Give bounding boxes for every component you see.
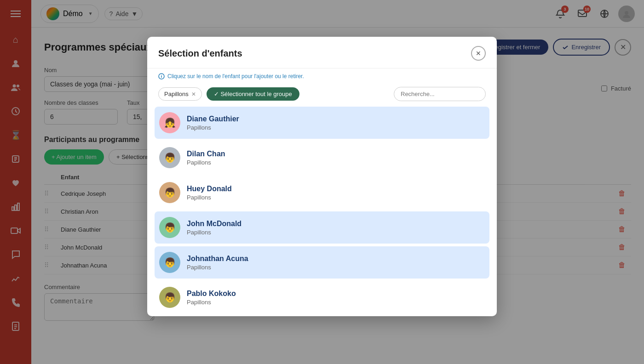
- child-list-item[interactable]: 👦 Dilan Chan Papillons: [155, 142, 489, 174]
- modal-close-button[interactable]: ✕: [471, 46, 486, 61]
- child-avatar: 👦: [159, 182, 180, 203]
- child-info: Diane Gauthier Papillons: [187, 115, 239, 131]
- child-avatar: 👦: [159, 147, 180, 168]
- child-group: Papillons: [187, 299, 236, 306]
- filter-remove-icon[interactable]: ✕: [191, 91, 196, 97]
- child-info: Johnathan Acuna Papillons: [187, 255, 248, 271]
- modal-title: Sélection d'enfants: [158, 48, 242, 59]
- child-info: Pablo Kokoko Papillons: [187, 290, 236, 306]
- child-group: Papillons: [187, 124, 239, 131]
- filter-value: Papillons: [164, 91, 189, 97]
- child-name: Diane Gauthier: [187, 115, 239, 123]
- child-avatar: 👦: [159, 217, 180, 238]
- child-name: Johnathan Acuna: [187, 255, 248, 263]
- child-info: Huey Donald Papillons: [187, 185, 232, 201]
- child-name: Dilan Chan: [187, 150, 225, 158]
- svg-point-14: [161, 75, 162, 76]
- modal-overlay: Sélection d'enfants ✕ Cliquez sur le nom…: [0, 0, 644, 364]
- select-all-button[interactable]: ✓ Sélectionner tout le groupe: [207, 87, 299, 101]
- child-name: Huey Donald: [187, 185, 232, 193]
- child-name: John McDonald: [187, 220, 242, 228]
- child-list-item[interactable]: 👦 John McDonald Papillons: [155, 211, 489, 244]
- children-selection-modal: Sélection d'enfants ✕ Cliquez sur le nom…: [147, 37, 497, 316]
- child-list-item[interactable]: 👦 Pablo Kokoko Papillons: [155, 281, 489, 313]
- search-input[interactable]: [394, 87, 486, 101]
- child-name: Pablo Kokoko: [187, 290, 236, 298]
- modal-hint: Cliquez sur le nom de l'enfant pour l'aj…: [147, 68, 497, 83]
- child-list-item[interactable]: 👦 Huey Donald Papillons: [155, 176, 489, 209]
- child-info: Dilan Chan Papillons: [187, 150, 225, 166]
- child-group: Papillons: [187, 229, 242, 236]
- child-group: Papillons: [187, 194, 232, 201]
- modal-children-list: 👧 Diane Gauthier Papillons 👦 Dilan Chan …: [147, 107, 497, 316]
- child-group: Papillons: [187, 264, 248, 271]
- child-group: Papillons: [187, 159, 225, 166]
- child-list-item[interactable]: 👧 Diane Gauthier Papillons: [155, 107, 489, 139]
- modal-filters: Papillons ✕ ✓ Sélectionner tout le group…: [147, 83, 497, 107]
- hint-text: Cliquez sur le nom de l'enfant pour l'aj…: [167, 73, 304, 80]
- filter-papillons[interactable]: Papillons ✕: [158, 87, 202, 101]
- child-list-item[interactable]: 👦 Johnathan Acuna Papillons: [155, 246, 489, 279]
- child-info: John McDonald Papillons: [187, 220, 242, 236]
- child-avatar: 👦: [159, 252, 180, 273]
- modal-header: Sélection d'enfants ✕: [147, 37, 497, 68]
- child-avatar: 👦: [159, 287, 180, 308]
- child-avatar: 👧: [159, 112, 180, 133]
